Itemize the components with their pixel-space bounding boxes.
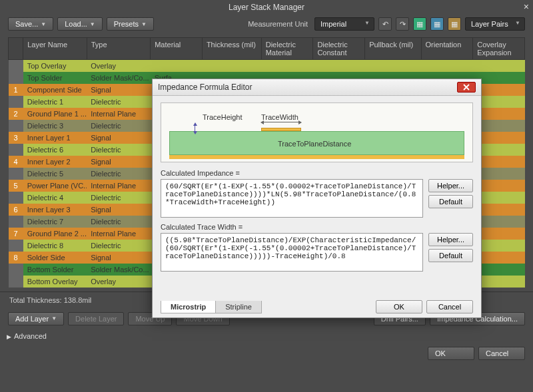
trace-width-helper-button[interactable]: Helper... [428,233,473,246]
geometry-diagram: TraceHeight TraceWidth TraceToPlaneDista… [161,102,473,162]
dialog-titlebar: Impedance Formula Editor [153,79,481,96]
dialog-close-button[interactable] [457,82,476,93]
main-toolbar: Save...▼ Load...▼ Presets▼ Measurement U… [0,15,533,33]
measurement-unit-label: Measurement Unit [248,20,308,28]
window-titlebar: Layer Stack Manager × [0,0,533,15]
trace-height-label: TraceHeight [203,113,243,121]
tool-icon-1[interactable]: ▦ [413,17,426,31]
impedance-helper-button[interactable]: Helper... [428,179,473,192]
measurement-unit-select[interactable]: Imperial [314,17,374,31]
tab-microstrip[interactable]: Microstrip [161,301,216,313]
calc-impedance-input[interactable]: (60/SQRT(Er*(1-EXP(-1.55*(0.00002+TraceT… [161,179,423,218]
presets-button[interactable]: Presets▼ [107,17,154,31]
calc-trace-width-input[interactable]: ((5.98*TraceToPlaneDistance)/EXP(Charact… [161,233,423,272]
col-thickness[interactable]: Thickness (mil) [202,38,261,60]
dialog-cancel-button[interactable]: Cancel [426,300,473,313]
load-button[interactable]: Load...▼ [57,17,103,31]
undo-icon[interactable]: ↶ [378,17,392,31]
tab-stripline[interactable]: Stripline [215,301,262,313]
table-row[interactable]: Top OverlayOverlay [9,60,525,72]
close-icon [463,84,470,91]
dialog-buttons: OK Cancel [0,343,533,367]
impedance-formula-editor-dialog: Impedance Formula Editor TraceHeight Tra… [152,79,482,318]
impedance-default-button[interactable]: Default [428,195,473,208]
save-button[interactable]: Save...▼ [8,17,53,31]
trace-to-plane-label: TraceToPlaneDistance [278,140,351,148]
cancel-button[interactable]: Cancel [478,347,525,360]
add-layer-button[interactable]: Add Layer▼ [8,312,64,325]
col-coverlay-expansion[interactable]: Coverlay Expansion [473,38,525,60]
col-orientation[interactable]: Orientation [421,38,473,60]
trace-width-default-button[interactable]: Default [428,249,473,262]
tool-icon-3[interactable]: ▦ [448,17,461,31]
col-material[interactable]: Material [151,38,203,60]
close-icon[interactable]: × [524,1,529,12]
expand-icon: ▶ [7,333,11,340]
col-pullback[interactable]: Pullback (mil) [365,38,421,60]
redo-icon[interactable]: ↷ [396,17,409,31]
col-dielectric-constant[interactable]: Dielectric Constant [313,38,365,60]
delete-layer-button[interactable]: Delete Layer [68,312,124,325]
tool-icon-2[interactable]: ▦ [430,17,444,31]
table-header-row: Layer Name Type Material Thickness (mil)… [9,38,525,60]
col-type[interactable]: Type [87,38,150,60]
dialog-title: Impedance Formula Editor [158,83,252,92]
window-title: Layer Stack Manager [229,3,304,12]
trace-width-label: TraceWidth [261,113,298,121]
dialog-ok-button[interactable]: OK [376,300,422,313]
col-layer-name[interactable]: Layer Name [23,38,87,60]
col-dielectric-material[interactable]: Dielectric Material [261,38,313,60]
calc-impedance-label: Calculated Impedance = [161,169,473,177]
calc-trace-width-label: Calculated Trace Width = [161,223,473,231]
ok-button[interactable]: OK [428,347,474,360]
advanced-section-toggle[interactable]: ▶Advanced [0,329,533,343]
layer-pairs-select[interactable]: Layer Pairs [465,17,525,31]
